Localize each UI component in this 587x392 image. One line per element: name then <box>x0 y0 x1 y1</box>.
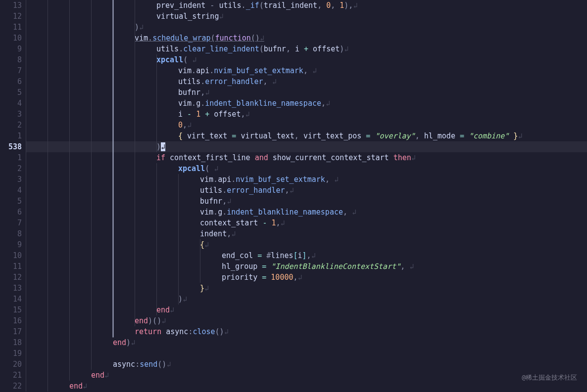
token-id: utils <box>219 1 241 10</box>
code-line[interactable]: if context_first_line and show_current_c… <box>26 152 587 163</box>
token-ws: ↲ <box>219 12 223 21</box>
token-pun: . <box>200 99 205 108</box>
token-ws: ↲ <box>308 66 317 75</box>
token-pun: , <box>321 99 326 108</box>
token-pun: , <box>317 1 326 10</box>
code-line[interactable]: )↲ <box>26 22 587 33</box>
line-number: 9 <box>0 44 22 54</box>
code-line[interactable]: utils.error_handler, ↲ <box>26 76 587 87</box>
line-number: 18 <box>0 337 22 348</box>
line-number: 10 <box>0 33 22 44</box>
code-line[interactable] <box>26 348 587 359</box>
code-line[interactable]: vim.api.nvim_buf_set_extmark, ↲ <box>26 174 587 185</box>
code-line[interactable]: vim.schedule_wrap(function()↲ <box>26 33 587 44</box>
line-number: 10 <box>0 250 22 261</box>
token-ws: ↲ <box>353 1 357 10</box>
token-ws: ↲ <box>161 316 166 325</box>
line-number: 6 <box>0 76 22 87</box>
token-id: offset <box>214 110 241 119</box>
token-ws: ↲ <box>104 371 109 380</box>
token-id: bufnr <box>178 88 200 97</box>
code-line[interactable]: )↲ <box>26 294 587 305</box>
code-line[interactable]: vim.g.indent_blankline_namespace,↲ <box>26 98 587 109</box>
code-line[interactable]: hl_group = "IndentBlanklineContextStart"… <box>26 261 587 272</box>
code-line[interactable]: xpcall( ↲ <box>26 54 587 65</box>
token-ws: ↲ <box>183 295 187 304</box>
line-number: 4 <box>0 185 22 196</box>
token-kw2: return <box>135 327 166 336</box>
token-num: 1 <box>340 1 344 10</box>
code-line[interactable]: end)()↲ <box>26 315 587 326</box>
token-id: trail_indent <box>264 1 317 10</box>
line-number: 15 <box>0 305 22 315</box>
token-id: offset <box>313 44 340 53</box>
code-line[interactable]: end_col = #lines[i],↲ <box>26 250 587 261</box>
token-ws: ↲ <box>227 197 231 206</box>
code-line[interactable]: utils.error_handler,↲ <box>26 185 587 196</box>
line-number: 2 <box>0 120 22 131</box>
token-ws: ↲ <box>204 284 209 293</box>
code-area[interactable]: prev_indent - utils._if(trail_indent, 0,… <box>26 0 587 392</box>
code-line[interactable]: end↲ <box>26 381 587 392</box>
token-pun: ( <box>205 164 209 173</box>
token-br: } <box>509 131 518 140</box>
code-line[interactable]: {↲ <box>26 239 587 250</box>
token-id: async <box>113 360 135 369</box>
token-pun: : <box>135 360 140 369</box>
code-line[interactable]: vim.g.indent_blankline_namespace, ↲ <box>26 207 587 218</box>
token-pun: ) <box>340 44 344 53</box>
token-id: indent <box>200 229 227 238</box>
token-ws: ↲ <box>166 360 171 369</box>
token-prop: g <box>218 208 222 217</box>
code-line[interactable]: context_start - 1,↲ <box>26 218 587 228</box>
token-fn: schedule_wrap <box>152 34 210 43</box>
token-id: virtual_text <box>241 131 294 140</box>
code-line[interactable]: { virt_text = virtual_text, virt_text_po… <box>26 131 587 141</box>
code-line[interactable]: virtual_string↲ <box>26 11 587 22</box>
code-line[interactable]: async:send()↲ <box>26 359 587 370</box>
code-line[interactable]: }↲ <box>26 283 587 294</box>
token-id: bufnr <box>200 197 222 206</box>
code-line[interactable]: priority = 10000,↲ <box>26 272 587 283</box>
code-line[interactable]: 0,↲ <box>26 120 587 131</box>
code-line[interactable]: )↲ <box>26 141 587 152</box>
token-ws: ↲ <box>245 110 249 119</box>
code-line[interactable]: bufnr,↲ <box>26 196 587 207</box>
token-pun: ) <box>156 142 161 151</box>
token-id: i <box>178 110 187 119</box>
token-op: + <box>304 44 313 53</box>
token-mth: indent_blankline_namespace <box>227 208 343 217</box>
code-line[interactable]: end↲ <box>26 370 587 381</box>
token-mth: close <box>193 327 215 336</box>
token-id: virt_text <box>187 131 227 140</box>
token-num: 0 <box>178 121 183 130</box>
token-id: i <box>295 44 304 53</box>
code-line[interactable]: utils.clear_line_indent(bufnr, i + offse… <box>26 44 587 54</box>
code-line[interactable]: end↲ <box>26 305 587 315</box>
token-ws: ↲ <box>405 262 414 271</box>
token-kw2: end <box>156 305 170 314</box>
token-id: hl_group <box>222 262 257 271</box>
code-line[interactable]: i - 1 + offset,↲ <box>26 109 587 120</box>
token-pun: . <box>192 99 196 108</box>
code-line[interactable]: xpcall( ↲ <box>26 163 587 174</box>
token-kw2: end <box>113 338 126 347</box>
code-line[interactable]: prev_indent - utils._if(trail_indent, 0,… <box>26 0 587 11</box>
token-id: virt_text_pos <box>303 131 361 140</box>
code-editor[interactable]: 1312111098765432153812345678910111213141… <box>0 0 587 392</box>
line-number: 17 <box>0 326 22 337</box>
token-ws: ↲ <box>268 77 277 86</box>
token-pun: , <box>325 175 330 184</box>
token-id: vim <box>178 99 192 108</box>
token-pun: , <box>276 218 281 227</box>
line-number: 12 <box>0 11 22 22</box>
code-line[interactable]: vim.api.nvim_buf_set_extmark, ↲ <box>26 65 587 76</box>
code-line[interactable]: bufnr,↲ <box>26 87 587 98</box>
line-number: 8 <box>0 228 22 239</box>
token-pun: . <box>213 208 218 217</box>
token-op: = <box>455 131 469 140</box>
token-pun: ( <box>259 44 264 53</box>
code-line[interactable]: indent,↲ <box>26 228 587 239</box>
code-line[interactable]: return async:close()↲ <box>26 326 587 337</box>
code-line[interactable]: end)↲ <box>26 337 587 348</box>
